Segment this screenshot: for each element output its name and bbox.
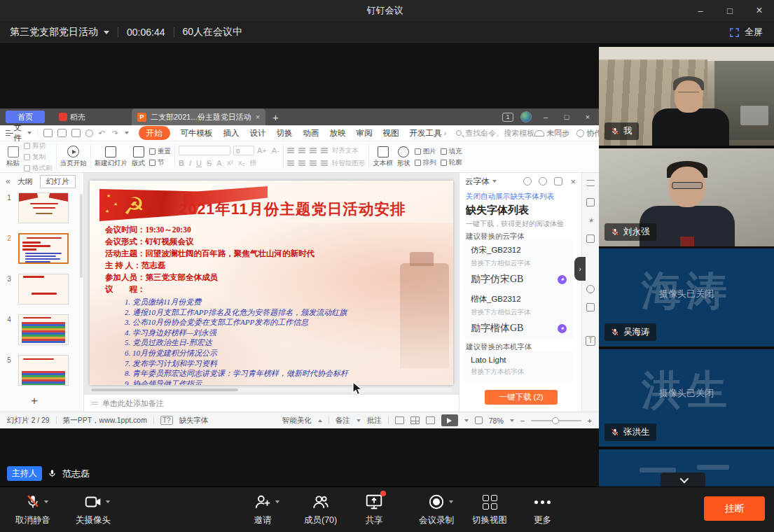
menu-transition[interactable]: 切换 (277, 128, 293, 139)
numbered-list-icon[interactable] (298, 148, 305, 153)
slide-thumbnail-5[interactable] (18, 355, 69, 386)
reading-view-icon[interactable] (426, 416, 435, 424)
shape-button[interactable]: 形状 (397, 146, 410, 168)
menu-keniu[interactable]: 可牛模板 (181, 128, 213, 139)
panel-close-icon[interactable]: × (570, 176, 576, 187)
selection-pane-icon[interactable] (586, 234, 595, 243)
font-increase-button[interactable]: A+ (257, 146, 267, 155)
font-color-button[interactable]: A (216, 159, 221, 167)
scroll-down-button[interactable] (661, 472, 705, 486)
comments-button[interactable]: 批注 (367, 416, 382, 426)
line-spacing-icon[interactable] (321, 160, 328, 165)
wps-close-icon[interactable]: × (581, 113, 595, 121)
maximize-icon[interactable]: □ (715, 0, 745, 21)
tab-outline[interactable]: 大纲 (18, 176, 33, 187)
file-menu[interactable]: 文件 (0, 122, 37, 144)
arrange-button[interactable]: 排列 (415, 158, 436, 167)
beautify-button[interactable]: 智能美化 (282, 416, 312, 426)
record-button[interactable]: 会议录制 (419, 493, 454, 526)
redo-icon[interactable]: ↷ (111, 130, 120, 136)
chevron-down-icon[interactable] (492, 180, 497, 183)
font-card[interactable]: 楷体_GB2312 替换下方相似云字体 励字楷体GB✦ (464, 289, 573, 340)
font-card[interactable]: Lato Light 替换下方本机字体 (464, 351, 573, 382)
undo-icon[interactable]: ↶ (98, 130, 106, 136)
outline-button[interactable]: 轮廓 (441, 158, 462, 167)
horizontal-scrollbar[interactable] (90, 388, 453, 392)
new-tab-button[interactable]: + (272, 111, 279, 123)
paste-button[interactable]: 粘贴 (6, 146, 20, 168)
participant-tile-wuhaitao[interactable]: 海涛 摄像头已关闭 吴海涛 (599, 248, 774, 346)
expand-panel-handle[interactable]: › (574, 257, 586, 281)
slideshow-play-button[interactable] (441, 414, 458, 426)
minimize-icon[interactable]: – (686, 0, 715, 21)
collapse-panel-icon[interactable]: « (6, 176, 11, 186)
output-icon[interactable] (57, 129, 67, 137)
normal-view-icon[interactable] (395, 416, 404, 424)
new-slide-button[interactable]: 新建幻灯片 (95, 146, 128, 168)
strikethrough-button[interactable]: S (207, 159, 212, 167)
fill-button[interactable]: 填充 (441, 147, 462, 156)
slide-thumbnail-3[interactable] (18, 274, 69, 304)
chevron-down-icon[interactable] (464, 419, 469, 422)
camera-off-button[interactable]: 关摄像头 (76, 493, 111, 526)
slide-thumbnail-1[interactable] (18, 192, 69, 223)
menu-start[interactable]: 开始 (139, 126, 170, 140)
tab-document[interactable]: P 二支部2021...份主题党日活动 × (132, 108, 265, 125)
tab-home[interactable]: 首页 (6, 111, 45, 123)
feedback-panel-icon[interactable] (586, 303, 595, 312)
menu-slideshow[interactable]: 放映 (330, 128, 346, 139)
bold-button[interactable]: B (179, 159, 184, 167)
download-fonts-button[interactable]: 一键下载 (2) (485, 390, 558, 405)
thumbnail-scrollbar[interactable] (80, 194, 83, 278)
menu-view[interactable]: 视图 (383, 128, 399, 139)
participant-tile-zhanghongsheng[interactable]: 洪生 摄像头已关闭 张洪生 (599, 349, 774, 447)
font-size-box[interactable]: 0 (233, 146, 254, 155)
indent-increase-icon[interactable] (321, 148, 328, 153)
text-tool-icon[interactable]: T (586, 336, 595, 346)
zoom-level[interactable]: 78% (489, 416, 504, 425)
wps-restore-icon[interactable]: □ (560, 113, 574, 121)
text-box-button[interactable]: 文本框 (373, 146, 393, 168)
chevron-down-icon[interactable] (44, 500, 48, 503)
participant-tile-partial[interactable] (599, 449, 774, 486)
underline-button[interactable]: U (196, 159, 202, 167)
align-text-button[interactable]: 对齐文本 (332, 146, 359, 155)
unmute-button[interactable]: 取消静音 (15, 493, 50, 526)
save-icon[interactable] (43, 129, 53, 137)
current-slide[interactable]: ☭ ★ ★ ★ 2021年11月份主题党日活动安排 会议时间：19:30～20:… (90, 181, 453, 385)
zoom-in-button[interactable]: + (588, 416, 592, 425)
menu-review[interactable]: 审阅 (357, 128, 373, 139)
slide-thumbnail-2-selected[interactable] (18, 233, 69, 264)
slide-thumbnail-4[interactable] (18, 314, 69, 345)
tab-docer[interactable]: 稻壳 (52, 108, 92, 125)
fit-slide-icon[interactable] (475, 416, 483, 424)
picture-button[interactable]: 图片 (415, 147, 436, 156)
help-icon[interactable] (586, 285, 595, 293)
menu-design[interactable]: 设计 (250, 128, 266, 139)
italic-button[interactable]: I (189, 159, 191, 167)
align-center-icon[interactable] (298, 160, 305, 165)
notes-bar[interactable]: 单击此处添加备注 (84, 394, 459, 412)
copy-button[interactable]: 复制 (24, 153, 53, 162)
add-slide-button[interactable]: + (31, 394, 38, 408)
chevron-down-icon[interactable] (449, 500, 453, 503)
close-icon[interactable]: × (745, 0, 774, 21)
menu-animation[interactable]: 动画 (303, 128, 319, 139)
reset-button[interactable]: 重置 (149, 147, 171, 156)
sorter-view-icon[interactable] (410, 416, 420, 424)
invite-button[interactable]: 邀请 (254, 493, 272, 526)
avatar[interactable] (520, 111, 532, 122)
pin-icon[interactable] (554, 177, 562, 186)
share-screen-button[interactable]: 共享 (365, 493, 383, 526)
chevron-down-icon[interactable] (275, 500, 279, 503)
font-card[interactable]: 仿宋_GB2312 替换下方相似云字体 励字仿宋GB✦ (464, 240, 573, 290)
print-icon[interactable] (71, 129, 81, 137)
switch-view-button[interactable]: 切换视图 (472, 493, 507, 526)
format-painter-button[interactable]: 格式刷 (24, 164, 53, 173)
layout-button[interactable]: 版式 (132, 146, 145, 168)
align-right-icon[interactable] (310, 160, 317, 165)
hangup-button[interactable]: 挂断 (704, 496, 765, 521)
align-left-icon[interactable] (287, 160, 294, 165)
animation-pane-icon[interactable] (586, 198, 595, 206)
collaborate-button[interactable]: 协作 (576, 128, 602, 139)
